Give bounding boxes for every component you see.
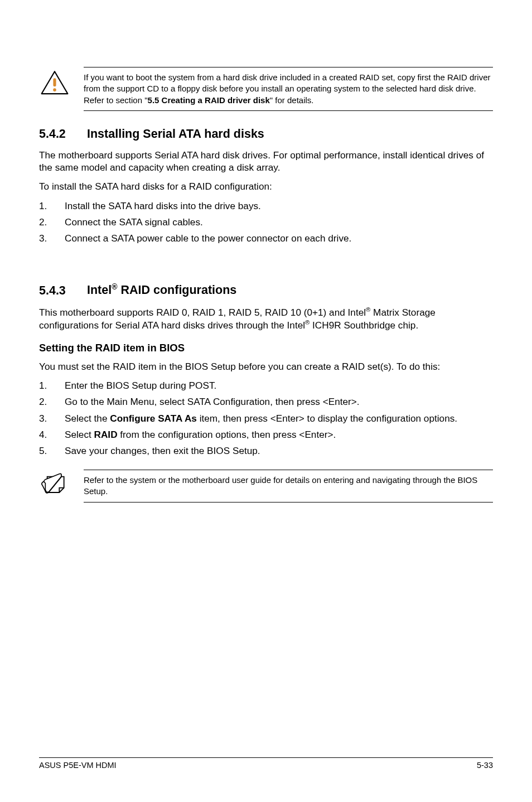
list-item: Select the Configure SATA As item, then …: [39, 412, 493, 425]
page-footer: ASUS P5E-VM HDMI 5-33: [39, 757, 493, 771]
section-heading-1: 5.4.2Installing Serial ATA hard disks: [39, 127, 493, 142]
warning-text: If you want to boot the system from a ha…: [84, 67, 493, 111]
ordered-list: Install the SATA hard disks into the dri…: [39, 200, 493, 245]
body-text: To install the SATA hard disks for a RAI…: [39, 180, 493, 192]
list-item: Go to the Main Menu, select SATA Configu…: [39, 395, 493, 408]
svg-point-1: [53, 88, 56, 91]
list-item: Select RAID from the configuration optio…: [39, 428, 493, 441]
note-icon: [39, 470, 70, 498]
list-item: Connect the SATA signal cables.: [39, 216, 493, 229]
ordered-list: Enter the BIOS Setup during POST. Go to …: [39, 379, 493, 457]
note-text: Refer to the system or the motherboard u…: [84, 470, 493, 503]
list-item: Enter the BIOS Setup during POST.: [39, 379, 493, 392]
body-text: You must set the RAID item in the BIOS S…: [39, 360, 493, 373]
note-callout: Refer to the system or the motherboard u…: [39, 470, 493, 503]
svg-rect-0: [53, 78, 56, 86]
list-item: Save your changes, then exit the BIOS Se…: [39, 445, 493, 457]
footer-left: ASUS P5E-VM HDMI: [39, 760, 117, 771]
section-heading-2: 5.4.3Intel® RAID configurations: [39, 282, 493, 298]
body-text: The motherboard supports Serial ATA hard…: [39, 149, 493, 174]
body-text: This motherboard supports RAID 0, RAID 1…: [39, 306, 493, 331]
footer-right: 5-33: [477, 760, 493, 771]
list-item: Install the SATA hard disks into the dri…: [39, 200, 493, 212]
warning-callout: If you want to boot the system from a ha…: [39, 67, 493, 111]
sub-heading: Setting the RAID item in BIOS: [39, 341, 493, 355]
warning-icon: [39, 67, 70, 99]
list-item: Connect a SATA power cable to the power …: [39, 232, 493, 245]
